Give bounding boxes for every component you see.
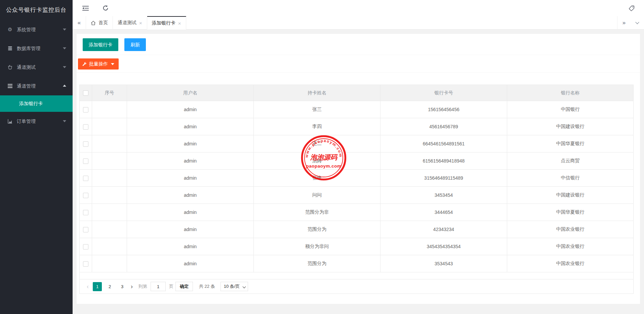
table-row: admin 张峰 315646489115489 中信银行: [80, 170, 634, 187]
page-size-select[interactable]: 10 条/页: [220, 282, 248, 291]
main-panel: 添加银行卡 刷新 批量操作 序号 用户名: [77, 34, 640, 304]
tabs-menu-icon[interactable]: [631, 16, 644, 30]
cell-username: admin: [127, 221, 254, 238]
cell-username: admin: [127, 135, 254, 152]
cell-holder: 张三: [254, 101, 380, 118]
cell-bank: 点云商贸: [507, 152, 634, 170]
cell-username: admin: [127, 204, 254, 221]
cell-checkbox: [80, 187, 92, 204]
row-checkbox[interactable]: [83, 193, 88, 198]
tabs-scroll-right-icon[interactable]: »: [617, 16, 631, 30]
cell-card-no: 3534543: [380, 255, 507, 272]
cell-username: admin: [127, 170, 254, 187]
close-icon[interactable]: ×: [139, 20, 142, 26]
select-all-checkbox[interactable]: [83, 90, 88, 96]
table-row: admin 额分为非问 3454354354354 中国农业银行: [80, 238, 634, 255]
cell-holder: 范围分为: [254, 255, 380, 272]
cell-card-no: 3453454: [380, 187, 507, 204]
table-row: admin 范围分为非 3444654 中国华夏银行: [80, 204, 634, 221]
column-header-username: 用户名: [127, 85, 254, 101]
confirm-page-button[interactable]: 确定: [175, 282, 193, 291]
tag-icon[interactable]: [625, 0, 638, 16]
close-icon[interactable]: ×: [178, 21, 181, 26]
tabs: 首页 通道测试 × 添加银行卡 ×: [86, 16, 186, 30]
tab-add-bank-card[interactable]: 添加银行卡 ×: [147, 16, 186, 30]
cell-index: [92, 170, 127, 187]
app-root: 公众号银行卡监控后台 ⚙ 系统管理 数据库管理 通道测试: [0, 0, 644, 314]
column-header-holder: 持卡姓名: [254, 85, 380, 101]
cell-index: [92, 118, 127, 135]
cell-bank: 中国农业银行: [507, 221, 634, 238]
refresh-icon[interactable]: [99, 0, 112, 16]
table-row: admin 范围分为 3534543 中国农业银行: [80, 255, 634, 272]
cell-checkbox: [80, 170, 92, 187]
tab-label: 首页: [98, 20, 108, 26]
add-bank-card-button[interactable]: 添加银行卡: [83, 38, 118, 51]
prev-page-icon[interactable]: ‹: [84, 283, 91, 289]
cell-holder: 问问: [254, 187, 380, 204]
table-row: admin 问问 3453454 中国建设银行: [80, 187, 634, 204]
cell-username: admin: [127, 187, 254, 204]
table-body: admin 张三 156156456456 中国银行 admin 李四 4561…: [80, 101, 634, 272]
sidebar-subitem-label: 添加银行卡: [19, 101, 43, 106]
page-button-3[interactable]: 3: [118, 282, 127, 291]
cell-index: [92, 238, 127, 255]
row-checkbox[interactable]: [83, 107, 88, 113]
row-checkbox[interactable]: [83, 210, 88, 215]
sidebar-subitem-add-bank-card[interactable]: 添加银行卡: [0, 95, 73, 112]
sidebar-item-orders[interactable]: 订单管理: [0, 112, 73, 131]
collapse-menu-icon[interactable]: [79, 0, 92, 16]
row-checkbox[interactable]: [83, 227, 88, 232]
sidebar-item-channel-test[interactable]: 通道测试: [0, 58, 73, 77]
sidebar-item-channel-manage[interactable]: 通道管理: [0, 77, 73, 95]
table-row: admin 汤姆 6156156489418948 点云商贸: [80, 152, 634, 170]
cell-checkbox: [80, 101, 92, 118]
pager-box: ‹ 1 2 3 › 到第 页 确定 共 22 条 10 条/页: [79, 272, 634, 294]
pagination: ‹ 1 2 3 › 到第 页 确定 共 22 条 10 条/页: [80, 279, 633, 294]
beaker-icon: [8, 58, 12, 77]
table-header-row: 序号 用户名 持卡姓名 银行卡号 银行名称: [80, 85, 634, 101]
topbar: 未真相 admin: [73, 0, 644, 16]
sidebar-item-database[interactable]: 数据库管理: [0, 39, 73, 58]
batch-actions-button[interactable]: 批量操作: [78, 58, 119, 70]
cell-username: admin: [127, 255, 254, 272]
column-header-bank: 银行名称: [507, 85, 634, 101]
total-count-label: 共 22 条: [199, 283, 215, 289]
row-checkbox[interactable]: [83, 261, 88, 267]
gear-icon: ⚙: [8, 20, 12, 39]
database-icon: [8, 39, 12, 58]
row-checkbox[interactable]: [83, 244, 88, 250]
row-checkbox[interactable]: [83, 159, 88, 164]
tab-home[interactable]: 首页: [86, 16, 113, 30]
sidebar-item-system[interactable]: ⚙ 系统管理: [0, 20, 73, 39]
cell-index: [92, 187, 127, 204]
goto-page-input[interactable]: [151, 282, 166, 291]
next-page-icon[interactable]: ›: [128, 283, 135, 289]
cell-username: admin: [127, 101, 254, 118]
row-checkbox[interactable]: [83, 176, 88, 181]
sidebar-item-label: 数据库管理: [17, 46, 40, 51]
page-button-1[interactable]: 1: [93, 282, 102, 291]
cell-bank: 中国建设银行: [507, 118, 634, 135]
table-row: admin 张三 156156456456 中国银行: [80, 101, 634, 118]
cell-bank: 中国建设银行: [507, 187, 634, 204]
chevron-down-icon: [63, 120, 66, 122]
sidebar-item-label: 通道管理: [17, 83, 36, 89]
sidebar-item-label: 订单管理: [17, 119, 36, 124]
row-checkbox[interactable]: [83, 141, 88, 147]
table-row: admin 李四 45616456789 中国建设银行: [80, 118, 634, 135]
row-checkbox[interactable]: [83, 124, 88, 130]
tab-channel-test[interactable]: 通道测试 ×: [113, 16, 147, 30]
cell-holder: 汤姆: [254, 152, 380, 170]
chevron-up-icon: [63, 85, 66, 87]
refresh-button[interactable]: 刷新: [124, 38, 146, 51]
cell-checkbox: [80, 135, 92, 152]
cell-checkbox: [80, 118, 92, 135]
page-button-2[interactable]: 2: [105, 282, 114, 291]
column-header-index: 序号: [92, 85, 127, 101]
column-header-card-no: 银行卡号: [380, 85, 507, 101]
cell-card-no: 6156156489418948: [380, 152, 507, 170]
table-footer-spacer: [80, 272, 633, 279]
tabs-scroll-left-icon[interactable]: «: [73, 16, 86, 30]
wrench-icon: [82, 62, 87, 66]
